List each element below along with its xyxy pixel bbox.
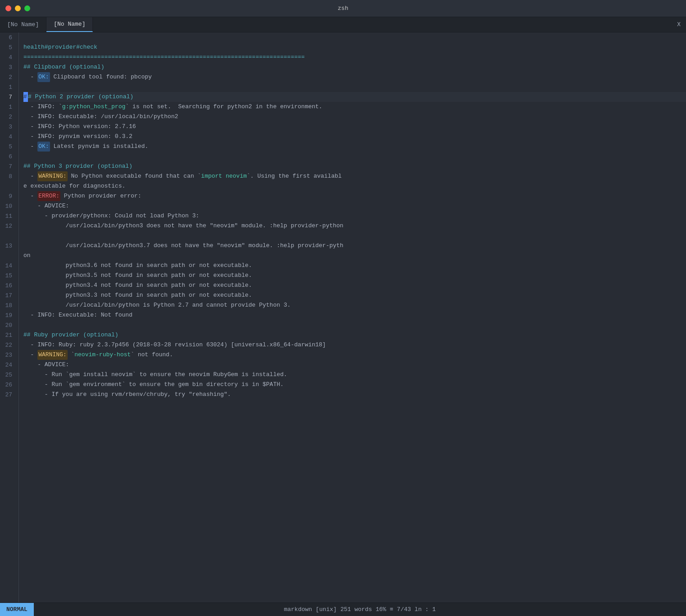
line-num-2b: 2	[2, 112, 15, 122]
line-num-7b: 7	[2, 161, 15, 171]
line-num-11: 11	[2, 211, 15, 221]
line-num-20: 20	[2, 320, 15, 330]
code-line-ruby-26: - Run `gem environment` to ensure the ge…	[23, 380, 686, 390]
code-span-ok: OK:	[37, 72, 50, 82]
code-span: ` not found.	[131, 350, 173, 360]
code-span: - INFO: Ruby: ruby 2.3.7p456 (2018-03-28…	[23, 340, 326, 350]
line-numbers: 6 5 4 3 2 1 7 1 2 3 4 5 6 7 8 9 10 11 12…	[0, 32, 19, 602]
line-num-3b: 3	[2, 122, 15, 132]
code-span: -	[23, 72, 37, 82]
status-mid: markdown [unix] 251 words 16% ≡ 7/43 ln …	[34, 606, 686, 613]
code-line-p3-14: python3.6 not found in search path or no…	[23, 261, 686, 271]
code-line-empty-1	[23, 82, 686, 92]
code-line-p2-6	[23, 152, 686, 161]
code-line-ruby-23: - WARNING: `neovim-ruby-host` not found.	[23, 350, 686, 360]
code-span: ## Ruby provider (optional)	[23, 330, 119, 340]
code-span: on	[23, 251, 31, 261]
code-span: python3.4 not found in search path or no…	[23, 280, 252, 290]
code-content[interactable]: health#provider#check ==================…	[19, 32, 686, 602]
code-span: `. Using the first availabl	[247, 171, 342, 181]
line-num-14: 14	[2, 261, 15, 271]
tab-0[interactable]: [No Name]	[0, 17, 46, 32]
maximize-button[interactable]	[24, 5, 30, 11]
line-num-15: 15	[2, 271, 15, 280]
code-line-p2-5: - OK: Latest pynvim is installed.	[23, 142, 686, 152]
code-span: -	[23, 142, 37, 152]
code-line-ruby-24: - ADVICE:	[23, 360, 686, 370]
code-line-7-current: ## Python 2 provider (optional)	[23, 92, 686, 102]
code-span: -	[23, 171, 37, 181]
window-title: zsh	[338, 5, 348, 12]
window-controls	[5, 5, 30, 11]
line-num-27: 27	[2, 390, 15, 400]
code-line-ruby-heading: ## Ruby provider (optional)	[23, 330, 686, 340]
code-span: /usr/local/bin/python3.7 does not have t…	[23, 241, 343, 251]
line-num-5b: 5	[2, 142, 15, 152]
close-button[interactable]	[5, 5, 11, 11]
line-num-7-current: 7	[2, 92, 15, 102]
line-num-8: 8	[2, 171, 15, 181]
line-num-3: 3	[2, 62, 15, 72]
line-num-19: 19	[2, 310, 15, 320]
code-span: python3.6 not found in search path or no…	[23, 261, 252, 271]
status-col: 1	[432, 606, 436, 613]
statusbar: NORMAL markdown [unix] 251 words 16% ≡ 7…	[0, 602, 686, 616]
code-span: - Run `gem environment` to ensure the ge…	[23, 380, 284, 390]
status-encoding: ≡	[390, 606, 393, 613]
tab-label-0: [No Name]	[7, 21, 39, 28]
code-line-p3-13: /usr/local/bin/python3.7 does not have t…	[23, 241, 686, 251]
line-num-13: 13	[2, 241, 15, 251]
code-span: /usr/local/bin/python is Python 2.7 and …	[23, 300, 291, 310]
code-span: No Python executable found that can `	[68, 171, 201, 181]
code-line-p2-3: - INFO: Python version: 2.7.16	[23, 122, 686, 132]
line-num-6: 6	[2, 32, 15, 42]
code-span-ok2: OK:	[37, 142, 50, 152]
line-num-wrap2	[2, 231, 15, 241]
code-line-p2-2: - INFO: Executable: /usr/local/bin/pytho…	[23, 112, 686, 122]
line-num-wrap3	[2, 251, 15, 261]
code-line-ruby-27: - If you are using rvm/rbenv/chruby, try…	[23, 390, 686, 400]
code-span: - If you are using rvm/rbenv/chruby, try…	[23, 390, 231, 400]
code-line-4: ========================================…	[23, 52, 686, 62]
code-line-p3-19: - INFO: Executable: Not found	[23, 310, 686, 320]
code-span: ========================================…	[23, 52, 305, 62]
code-line-2: - OK: Clipboard tool found: pbcopy	[23, 72, 686, 82]
code-span-error: ERROR:	[37, 191, 60, 201]
code-span: - INFO: `	[23, 102, 62, 112]
tab-label-1: [No Name]	[54, 21, 85, 28]
code-span: -	[23, 350, 37, 360]
editor: 6 5 4 3 2 1 7 1 2 3 4 5 6 7 8 9 10 11 12…	[0, 32, 686, 602]
line-num-26: 26	[2, 380, 15, 390]
cursor: #	[23, 92, 28, 102]
code-line-p3-9: - ERROR: Python provider error:	[23, 191, 686, 201]
code-line-wrap-8: e executable for diagnostics.	[23, 181, 686, 191]
code-span: - INFO: Executable: Not found	[23, 310, 133, 320]
code-line-p3-11: - provider/pythonx: Could not load Pytho…	[23, 211, 686, 221]
line-num-18: 18	[2, 300, 15, 310]
minimize-button[interactable]	[15, 5, 21, 11]
code-span: health#provider#check	[23, 42, 97, 52]
line-num-21: 21	[2, 330, 15, 340]
line-num-1b: 1	[2, 102, 15, 112]
code-line-empty-20	[23, 320, 686, 330]
code-line-wrap-12	[23, 231, 686, 241]
code-span: python3.3 not found in search path or no…	[23, 290, 252, 300]
line-num-5: 5	[2, 42, 15, 52]
code-span: Python provider error:	[60, 191, 141, 201]
titlebar: zsh	[0, 0, 686, 17]
code-span: neovim-ruby-host	[74, 350, 131, 360]
code-span: ` is not set. Searching for python2 in t…	[125, 102, 322, 112]
status-percent: 16%	[375, 606, 386, 613]
code-line-ruby-22: - INFO: Ruby: ruby 2.3.7p456 (2018-03-28…	[23, 340, 686, 350]
line-num-6b: 6	[2, 152, 15, 161]
code-span: Clipboard tool found: pbcopy	[50, 72, 152, 82]
code-line-ruby-25: - Run `gem install neovim` to ensure the…	[23, 370, 686, 380]
tab-1[interactable]: [No Name]	[46, 17, 93, 32]
tabbar: [No Name] [No Name] X	[0, 17, 686, 32]
code-line-p3-12: /usr/local/bin/python3 does not have the…	[23, 221, 686, 231]
code-span: - INFO: pynvim version: 0.3.2	[23, 132, 133, 142]
code-span: Latest pynvim is installed.	[50, 142, 148, 152]
status-ln: ln :	[415, 606, 429, 613]
tab-close-icon[interactable]: X	[677, 21, 681, 28]
code-line-5: health#provider#check	[23, 42, 686, 52]
